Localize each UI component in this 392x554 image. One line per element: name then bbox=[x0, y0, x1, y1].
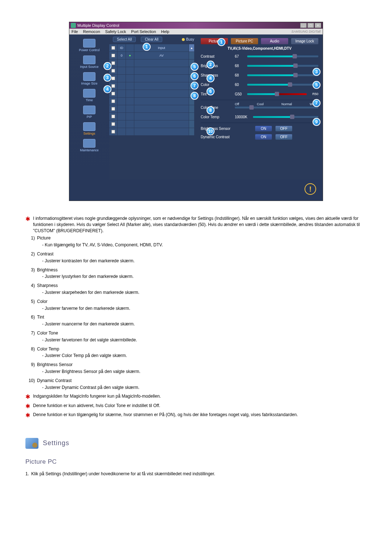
image-size-icon bbox=[83, 72, 95, 81]
select-all-button[interactable]: Select All bbox=[113, 37, 136, 42]
dynamic-contrast-off-button[interactable]: OFF bbox=[275, 134, 292, 140]
brand-label: SAMSUNG DIGITall bbox=[291, 30, 320, 33]
step-text: Klik på Settings (Indstillinger) under h… bbox=[31, 471, 215, 477]
callout-8-right: 8 bbox=[207, 106, 215, 114]
header-status-col bbox=[126, 44, 134, 52]
callout-3-right: 3 bbox=[313, 68, 320, 76]
minimize-button[interactable]: _ bbox=[300, 23, 307, 28]
note-text: Indgangskilden for MagicInfo fungerer ku… bbox=[33, 393, 161, 401]
callout-4-right: 4 bbox=[207, 74, 215, 82]
menu-help[interactable]: Help bbox=[161, 29, 170, 34]
tab-picture-pc[interactable]: Picture PC bbox=[231, 38, 258, 44]
contrast-row: Contrast 67 bbox=[201, 53, 318, 60]
scrollbar-track[interactable] bbox=[189, 52, 194, 59]
settings-panel: Picture Picture PC Audio Image Lock TV,A… bbox=[196, 34, 323, 180]
busy-label: Busy bbox=[186, 37, 194, 41]
star-icon: ✱ bbox=[25, 393, 30, 401]
maximize-button[interactable]: □ bbox=[307, 23, 314, 28]
scrollbar-up-icon[interactable]: ▲ bbox=[189, 44, 194, 52]
menu-port-selection[interactable]: Port Selection bbox=[131, 29, 156, 34]
row-checkbox[interactable] bbox=[109, 52, 117, 59]
list-title: Brightness Sensor bbox=[37, 362, 73, 368]
color-label: Color bbox=[201, 83, 233, 87]
checkbox-icon bbox=[111, 54, 115, 57]
list-desc: - Justerer farvetonen for det valgte skæ… bbox=[25, 337, 367, 343]
grid-row[interactable]: 0 ● AV bbox=[109, 52, 194, 59]
sidebar-time[interactable]: Time bbox=[71, 88, 108, 103]
power-icon bbox=[83, 39, 95, 48]
checkbox-icon: ✓ bbox=[111, 46, 115, 50]
color-tone-row: Color Tone Off Cool Normal Warm bbox=[201, 104, 318, 111]
list-num: 4) bbox=[25, 283, 35, 289]
grid-header: ✓ ID Input ▲ bbox=[109, 44, 194, 52]
tone-cool: Cool bbox=[257, 102, 264, 106]
step-1: 1. Klik på Settings (Indstillinger) unde… bbox=[25, 471, 367, 477]
step-num: 1. bbox=[25, 471, 29, 477]
star-icon: ✱ bbox=[25, 215, 30, 234]
list-num: 6) bbox=[25, 314, 35, 320]
contrast-value: 67 bbox=[235, 54, 245, 58]
clear-all-button[interactable]: Clear All bbox=[141, 37, 162, 42]
power-footer-icon[interactable]: ! bbox=[305, 183, 316, 195]
close-button[interactable]: × bbox=[315, 23, 321, 28]
callout-9-right: 9 bbox=[313, 118, 320, 126]
list-desc: - Justerer kontrasten for den markerede … bbox=[25, 258, 367, 264]
row-status-dot: ● bbox=[126, 52, 134, 59]
tint-slider[interactable] bbox=[247, 93, 307, 95]
window-controls: _ □ × bbox=[300, 23, 321, 28]
note-2: ✱Denne funktion er kun aktiveret, hvis C… bbox=[25, 403, 367, 410]
brightness-sensor-off-button[interactable]: OFF bbox=[275, 126, 292, 131]
menu-file[interactable]: File bbox=[72, 29, 78, 34]
dynamic-contrast-on-button[interactable]: ON bbox=[255, 134, 272, 140]
list-title: Contrast bbox=[37, 251, 53, 257]
menu-safety-lock[interactable]: Safety Lock bbox=[105, 29, 126, 34]
sidebar-pip[interactable]: PIP bbox=[71, 105, 108, 119]
row-id: 0 bbox=[118, 52, 126, 59]
list-num: 1) bbox=[25, 235, 35, 241]
color-slider[interactable] bbox=[247, 83, 318, 86]
brightness-value: 68 bbox=[235, 64, 245, 68]
callout-1-mid: 1 bbox=[143, 43, 151, 51]
menu-remocon[interactable]: Remocon bbox=[83, 29, 100, 34]
tint-label: Tint bbox=[201, 92, 233, 96]
tab-audio[interactable]: Audio bbox=[261, 38, 288, 44]
list-title: Color bbox=[37, 299, 48, 305]
color-tone-label: Color Tone bbox=[201, 106, 233, 110]
busy-indicator: Busy bbox=[182, 37, 194, 41]
note-text: Denne funktion er kun aktiveret, hvis Co… bbox=[33, 403, 160, 410]
sidebar-maintenance[interactable]: Maintenance bbox=[71, 138, 108, 153]
sidebar-label: Image Size bbox=[81, 82, 97, 85]
grid-row bbox=[109, 98, 194, 105]
sharpness-slider[interactable] bbox=[247, 74, 318, 76]
list-desc: - Justerer skarpeheden for den markerede… bbox=[25, 290, 367, 296]
sidebar-settings[interactable]: Settings bbox=[71, 122, 108, 136]
titlebar: Multiple Display Control _ □ × bbox=[69, 22, 323, 29]
color-temp-value: 10000K bbox=[235, 115, 251, 119]
sidebar-power-control[interactable]: Power Control bbox=[71, 38, 108, 53]
list-num: 8) bbox=[25, 346, 35, 352]
grid-row bbox=[109, 113, 194, 120]
list-num: 2) bbox=[25, 251, 35, 257]
window-title: Multiple Display Control bbox=[77, 23, 119, 28]
color-tone-slider[interactable]: Off Cool Normal Warm bbox=[235, 106, 318, 108]
settings-icon bbox=[83, 122, 95, 131]
brightness-sensor-on-button[interactable]: ON bbox=[255, 126, 272, 131]
list-desc: - Justerer lysstyrken for den markerede … bbox=[25, 274, 367, 280]
sidebar-image-size[interactable]: Image Size bbox=[71, 71, 108, 86]
contrast-slider[interactable] bbox=[247, 55, 318, 57]
star-icon: ✱ bbox=[25, 402, 30, 410]
busy-dot-icon bbox=[182, 38, 185, 41]
color-temp-label: Color Temp bbox=[201, 115, 233, 119]
color-temp-slider[interactable] bbox=[253, 116, 318, 118]
list-desc: - Kun tilgængelig for TV, AV, S-Video, C… bbox=[25, 242, 367, 248]
brightness-slider[interactable] bbox=[247, 65, 318, 67]
sidebar-input-source[interactable]: Input Source bbox=[71, 55, 108, 69]
tab-image-lock[interactable]: Image Lock bbox=[291, 38, 318, 44]
list-num: 9) bbox=[25, 362, 35, 368]
settings-heading-text: Settings bbox=[43, 439, 69, 448]
callout-3-sidebar: 3 bbox=[103, 74, 111, 82]
grid-row bbox=[109, 75, 194, 82]
color-row: Color 60 bbox=[201, 81, 318, 88]
mode-line: TV,AV,S-Video,Component,HDMI,DTV bbox=[201, 46, 318, 50]
time-icon bbox=[83, 89, 95, 98]
